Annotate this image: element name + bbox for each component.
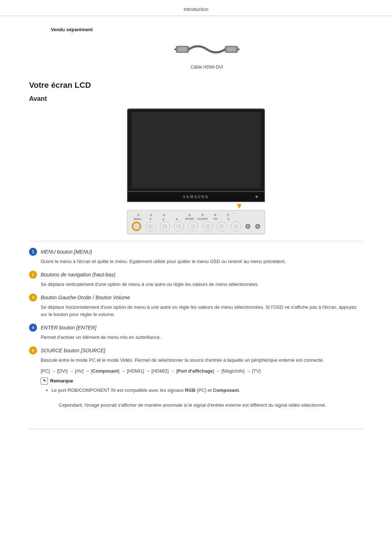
- btn-lbl-left: ◄: [171, 218, 182, 220]
- feature-badge-1: 1: [29, 248, 37, 256]
- btn-lbl-pip: PIP: [210, 218, 221, 220]
- feature-badge-4: 4: [29, 324, 37, 332]
- monitor-arrow-row: ▼: [127, 202, 265, 210]
- btn-num-6: ⑤: [197, 213, 208, 217]
- btn-num-9: [235, 213, 247, 217]
- note-sub-1: Cependant, l'image pourrait s'afficher d…: [59, 394, 363, 410]
- btn-circle-1[interactable]: [132, 222, 141, 231]
- button-panel: ① ② ③ ④ ⑤ ⑥ ⑦ MENU ▼ ▲ ◄ ENTER SOURCE PI…: [127, 210, 265, 234]
- note-bullets: Le port RGB/COMPONENT IN est compatible …: [44, 387, 363, 409]
- feature-header-lr: 3 Bouton Gauche-Droite / Bouton Volume: [29, 294, 363, 301]
- feature-title-menu: MENU bouton [MENU]: [41, 249, 92, 255]
- lcd-screen-title: Votre écran LCD: [29, 81, 363, 90]
- feature-desc-lr: Se déplace horizontalement d'une option …: [41, 304, 363, 319]
- cable-label: Câble HDMI-DVI: [191, 65, 223, 70]
- btn-circle-6[interactable]: [203, 222, 212, 231]
- feature-title-lr: Bouton Gauche-Droite / Bouton Volume: [41, 295, 130, 300]
- btn-circle-3[interactable]: [160, 222, 170, 231]
- monitor-screen: [132, 112, 261, 188]
- svg-rect-1: [178, 47, 187, 52]
- button-circles-row: 8 9: [131, 222, 261, 231]
- feature-item-lr: 3 Bouton Gauche-Droite / Bouton Volume S…: [29, 294, 363, 319]
- btn-lbl-q: Q: [222, 218, 234, 220]
- note-box: ✎ Remarque Le port RGB/COMPONENT IN est …: [41, 377, 363, 409]
- feature-desc-menu: Ouvre le menu à l'écran et quitte le men…: [41, 258, 363, 266]
- feature-title-source: SOURCE bouton [SOURCE]: [41, 348, 105, 353]
- btn-lbl-down: ▼: [145, 218, 156, 220]
- page-content: Vendu séparément Câble HDMI-DVI Votre éc…: [0, 16, 392, 429]
- source-chain: [PC] → [DVI] → [AV] → [Composant] → [HDM…: [41, 367, 363, 375]
- note-header: ✎ Remarque: [41, 377, 363, 385]
- feature-header-source: 5 SOURCE bouton [SOURCE]: [29, 346, 363, 354]
- btn-num-1: ①: [132, 213, 144, 217]
- button-numbers-row: ① ② ③ ④ ⑤ ⑥ ⑦: [131, 213, 261, 217]
- feature-item-source: 5 SOURCE bouton [SOURCE] Bascule entre l…: [29, 346, 363, 409]
- feature-desc-source: Bascule entre le mode PC et le mode Vidé…: [41, 357, 363, 364]
- feature-title-nav: Boutons de navigation (haut-bas): [41, 272, 115, 278]
- page-footer: [29, 429, 363, 429]
- feature-title-enter: ENTER bouton [ENTER]: [41, 325, 96, 331]
- btn-lbl-enter: ENTER: [184, 218, 195, 220]
- feature-header-enter: 4 ENTER bouton [ENTER]: [29, 324, 363, 332]
- feature-item-enter: 4 ENTER bouton [ENTER] Permet d'activer …: [29, 324, 363, 341]
- btn-badge-8: 8: [245, 224, 250, 229]
- cable-image: [174, 36, 240, 63]
- feature-header-nav: 2 Boutons de navigation (haut-bas): [29, 271, 363, 279]
- feature-item-nav: 2 Boutons de navigation (haut-bas) Se dé…: [29, 271, 363, 288]
- page-header: Introduction: [0, 0, 392, 16]
- feature-desc-enter: Permet d'activer un élément de menu mis …: [41, 334, 363, 341]
- btn-circle-5[interactable]: [188, 222, 198, 231]
- btn-num-3: ③: [158, 213, 170, 217]
- btn-num-5: ④: [184, 213, 195, 217]
- feature-badge-2: 2: [29, 271, 37, 279]
- monitor-brand-bar: SAMSUNG: [127, 192, 265, 202]
- btn-circle-7[interactable]: [217, 222, 226, 231]
- monitor-arrow-icon: ▼: [235, 202, 243, 210]
- btn-lbl-menu: MENU: [132, 218, 143, 220]
- btn-lbl-up: ▲: [158, 218, 170, 220]
- feature-badge-5: 5: [29, 346, 37, 354]
- note-bullet-1: Le port RGB/COMPONENT IN est compatible …: [52, 387, 363, 409]
- feature-badge-3: 3: [29, 294, 37, 301]
- monitor-power-led: [256, 196, 258, 198]
- button-labels-row: MENU ▼ ▲ ◄ ENTER SOURCE PIP Q: [131, 218, 261, 220]
- btn-num-7: ⑥: [209, 213, 221, 217]
- sold-separately-section: Vendu séparément Câble HDMI-DVI: [29, 27, 363, 70]
- btn-lbl-source: SOURCE: [197, 218, 208, 220]
- btn-num-4: [171, 213, 183, 217]
- feature-desc-nav: Se déplace verticalement d'une option de…: [41, 281, 363, 288]
- monitor-illustration: SAMSUNG ▼ ① ② ③ ④ ⑤ ⑥ ⑦ MENU: [120, 108, 272, 234]
- divider-top: [29, 241, 363, 241]
- btn-circle-2[interactable]: [146, 222, 155, 231]
- monitor-body: [127, 108, 265, 192]
- front-title: Avant: [29, 95, 363, 103]
- btn-badge-9: 9: [255, 224, 260, 229]
- feature-header-menu: 1 MENU bouton [MENU]: [29, 248, 363, 256]
- svg-rect-3: [227, 47, 236, 52]
- btn-circle-4[interactable]: [174, 222, 184, 231]
- monitor-brand: SAMSUNG: [183, 195, 209, 199]
- btn-num-10: [248, 213, 260, 217]
- btn-num-8: ⑦: [222, 213, 234, 217]
- cable-illustration: Câble HDMI-DVI: [51, 36, 363, 70]
- btn-circle-8[interactable]: [231, 222, 241, 231]
- feature-list: 1 MENU bouton [MENU] Ouvre le menu à l'é…: [29, 248, 363, 409]
- btn-num-2: ②: [145, 213, 157, 217]
- note-icon: ✎: [41, 377, 48, 385]
- feature-item-menu: 1 MENU bouton [MENU] Ouvre le menu à l'é…: [29, 248, 363, 266]
- note-label: Remarque: [50, 378, 73, 383]
- sold-separately-title: Vendu séparément: [51, 27, 363, 32]
- header-title: Introduction: [184, 7, 208, 12]
